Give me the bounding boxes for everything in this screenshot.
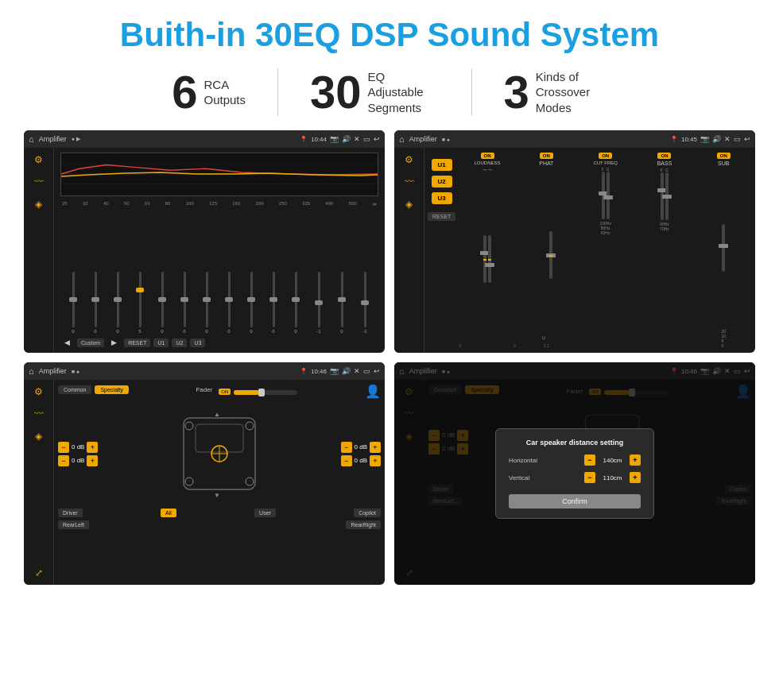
home-icon-2[interactable]: ⌂ xyxy=(399,134,405,144)
left-rear-plus[interactable]: + xyxy=(87,455,98,466)
minimize-icon[interactable]: ▭ xyxy=(363,135,370,143)
main-title: Buith-in 30EQ DSP Sound System xyxy=(24,16,755,54)
fader-bar[interactable] xyxy=(234,390,297,395)
screen3-title: Amplifier xyxy=(39,367,67,375)
close-icon-2[interactable]: ✕ xyxy=(724,135,731,143)
u3-amp-button[interactable]: U3 xyxy=(432,192,452,204)
right-front-plus[interactable]: + xyxy=(370,442,381,453)
rearleft-button[interactable]: RearLeft xyxy=(58,520,89,529)
play-button[interactable]: ▶ xyxy=(107,337,121,348)
specialty-tab[interactable]: Specialty xyxy=(95,385,128,394)
dialog-title: Car speaker distance setting xyxy=(509,439,641,447)
eq-slider-2: 0 xyxy=(116,272,118,334)
stat-number-eq: 30 xyxy=(310,69,362,115)
camera-icon-3: 📷 xyxy=(330,367,339,375)
amp-reset-button[interactable]: RESET xyxy=(428,212,455,221)
phat-label: PHAT xyxy=(539,160,553,166)
u2-amp-button[interactable]: U2 xyxy=(432,176,452,188)
common-tab[interactable]: Common xyxy=(58,385,91,394)
eq-slider-5: 0 xyxy=(183,272,185,334)
close-icon[interactable]: ✕ xyxy=(354,135,360,143)
copilot-button[interactable]: Copilot xyxy=(354,509,381,517)
screen1-content: ⚙ 〰 ◈ xyxy=(24,148,385,353)
back-icon[interactable]: ↩ xyxy=(374,135,380,143)
back-icon-2[interactable]: ↩ xyxy=(744,135,750,143)
confirm-button[interactable]: Confirm xyxy=(509,494,641,509)
user-button[interactable]: User xyxy=(254,509,276,517)
vertical-minus-button[interactable]: − xyxy=(584,472,595,483)
wave-icon-3[interactable]: 〰 xyxy=(34,408,44,420)
reset-button[interactable]: RESET xyxy=(124,338,150,347)
filter-icon-2[interactable]: ⚙ xyxy=(405,154,413,165)
filter-icon-3[interactable]: ⚙ xyxy=(34,386,43,397)
vertical-plus-button[interactable]: + xyxy=(630,472,641,483)
u2-button[interactable]: U2 xyxy=(172,338,187,347)
phat-on-badge: ON xyxy=(540,153,553,159)
rearright-button[interactable]: RearRight xyxy=(346,520,381,529)
person-icon[interactable]: 👤 xyxy=(365,384,381,399)
home-icon-3[interactable]: ⌂ xyxy=(29,366,34,376)
speaker-tabs: Common Specialty xyxy=(58,385,129,394)
screen2-topbar-icons: 📍 10:45 📷 🔊 ✕ ▭ ↩ xyxy=(670,135,750,143)
horizontal-value: 140cm xyxy=(599,457,626,464)
speaker-icon[interactable]: ◈ xyxy=(35,199,42,210)
wave-icon-2[interactable]: 〰 xyxy=(405,176,414,188)
loudness-fader-1[interactable] xyxy=(483,235,486,283)
loudness-fader-2[interactable] xyxy=(488,235,491,283)
bass-fader-g[interactable] xyxy=(665,172,669,220)
channel-loudness: ON LOUDNESS 〜〜 xyxy=(459,153,515,348)
right-front-minus[interactable]: − xyxy=(341,442,352,453)
left-controls: − 0 dB + − 0 dB + xyxy=(58,402,98,505)
eq-slider-7: 0 xyxy=(227,272,230,334)
minimize-icon-2[interactable]: ▭ xyxy=(734,135,741,143)
eq-graph xyxy=(60,153,378,196)
stat-label-eq: EQ Adjustable Segments xyxy=(368,69,440,116)
home-icon[interactable]: ⌂ xyxy=(29,134,34,144)
sub-on-badge: ON xyxy=(717,153,731,159)
minimize-icon-3[interactable]: ▭ xyxy=(363,367,370,375)
left-rear-minus[interactable]: − xyxy=(58,455,69,466)
speaker-icon-2[interactable]: ◈ xyxy=(405,199,413,210)
screen3-main: Common Specialty Fader ON 👤 xyxy=(54,380,385,585)
close-icon-3[interactable]: ✕ xyxy=(354,367,360,375)
stats-row: 6 RCA Outputs 30 EQ Adjustable Segments … xyxy=(24,68,755,116)
stat-eq: 30 EQ Adjustable Segments xyxy=(278,69,471,116)
u3-button[interactable]: U3 xyxy=(190,338,205,347)
phat-fader[interactable] xyxy=(549,231,552,279)
right-rear-minus[interactable]: − xyxy=(341,455,352,466)
screen-amplifier: ⌂ Amplifier ■ ● 📍 10:45 📷 🔊 ✕ ▭ ↩ ⚙ 〰 ◈ xyxy=(394,130,755,353)
driver-button[interactable]: Driver xyxy=(58,509,83,517)
speaker-icon-3[interactable]: ◈ xyxy=(35,431,42,442)
back-icon-3[interactable]: ↩ xyxy=(374,367,380,375)
right-front-vol: − 0 dB + xyxy=(341,442,381,453)
screen1-topbar: ⌂ Amplifier ● ▶ 📍 10:44 📷 🔊 ✕ ▭ ↩ xyxy=(24,130,385,148)
cutfreq-fader-g[interactable] xyxy=(607,172,610,219)
left-front-plus[interactable]: + xyxy=(87,442,98,453)
prev-button[interactable]: ◀ xyxy=(60,337,74,348)
filter-icon[interactable]: ⚙ xyxy=(34,154,43,165)
bass-faders: F G xyxy=(661,168,669,220)
left-front-minus[interactable]: − xyxy=(58,442,69,453)
svg-point-8 xyxy=(185,422,193,430)
screen2-dots: ■ ● xyxy=(442,137,450,142)
eq-curve-svg xyxy=(61,153,378,195)
u1-amp-button[interactable]: U1 xyxy=(432,159,452,171)
volume-icon: 🔊 xyxy=(342,135,351,143)
expand-icon[interactable]: ⤢ xyxy=(35,567,43,578)
wave-icon[interactable]: 〰 xyxy=(34,176,44,188)
all-button[interactable]: All xyxy=(161,509,176,517)
right-rear-plus[interactable]: + xyxy=(370,455,381,466)
eq-freq-labels: 25 32 40 50 63 80 100 125 160 200 250 32… xyxy=(60,201,378,207)
u1-button[interactable]: U1 xyxy=(153,338,169,347)
screen3-sidebar: ⚙ 〰 ◈ ⤢ xyxy=(24,380,54,585)
eq-slider-8: 0 xyxy=(250,272,252,334)
screen3-time: 10:46 xyxy=(311,368,327,375)
sub-fader[interactable] xyxy=(722,224,725,272)
cutfreq-faders: F G xyxy=(602,167,610,219)
custom-preset-button[interactable]: Custom xyxy=(77,338,104,347)
horizontal-plus-button[interactable]: + xyxy=(630,454,641,466)
horizontal-minus-button[interactable]: − xyxy=(584,454,595,466)
screen3-top-row: Common Specialty Fader ON 👤 xyxy=(58,384,381,399)
screens-grid: ⌂ Amplifier ● ▶ 📍 10:44 📷 🔊 ✕ ▭ ↩ ⚙ 〰 ◈ xyxy=(24,130,755,585)
sub-label: SUB xyxy=(718,160,729,166)
